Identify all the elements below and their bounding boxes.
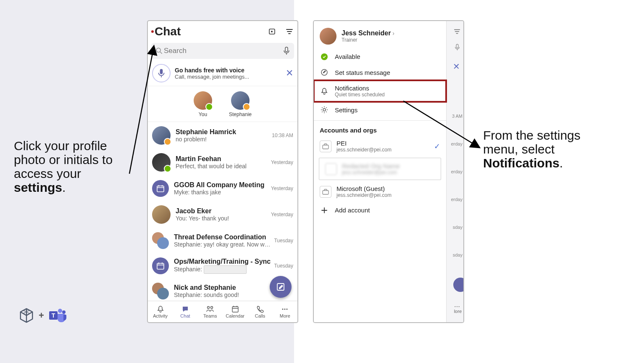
convo-name: GGOB All Company Meeting <box>174 181 268 189</box>
tab-label: Activity <box>153 313 168 318</box>
avatar <box>194 91 212 110</box>
org-email: jess.schneider@pei.com <box>336 147 434 153</box>
svg-point-19 <box>455 306 455 307</box>
svg-text:T: T <box>52 312 55 319</box>
divider <box>314 120 446 121</box>
bg-time: erday <box>451 141 463 146</box>
svg-rect-24 <box>323 145 329 149</box>
convo-time: 10:38 AM <box>272 132 293 138</box>
convo-preview: Perfect, that would be ideal <box>176 163 268 170</box>
svg-point-5 <box>271 31 273 32</box>
org-item-microsoft[interactable]: Microsoft (Guest)jess.schneider@pei.com <box>314 181 446 202</box>
caption-right-bold: Notifications <box>483 156 560 170</box>
pinned-contact-you[interactable]: You <box>194 91 212 117</box>
profile-menu: Jess Schneider › Trainer Available Set s… <box>314 21 447 322</box>
svg-point-20 <box>457 306 457 307</box>
tab-more[interactable]: More <box>273 301 297 322</box>
svg-rect-25 <box>323 191 329 194</box>
bell-icon <box>157 305 164 313</box>
svg-rect-10 <box>157 263 164 269</box>
convo-name: Threat Defense Coordination <box>174 233 271 241</box>
tab-label: Chat <box>180 313 190 318</box>
org-item-redacted[interactable]: Redacted Org Namejess.schneider@pei.com <box>319 158 441 180</box>
briefcase-icon <box>325 163 337 175</box>
user-name: Jess Schneider <box>342 29 391 37</box>
briefcase-icon <box>320 140 331 152</box>
briefcase-icon <box>320 186 331 198</box>
menu-label: Settings <box>335 106 357 114</box>
add-account[interactable]: Add account <box>314 202 446 218</box>
settings-menu-item[interactable]: Settings <box>314 102 446 118</box>
bg-time: 3 AM <box>452 114 463 119</box>
caption-right: From the settings menu, select Notificat… <box>483 128 592 170</box>
convo-name: Stephanie Hamrick <box>176 128 269 136</box>
close-icon: ✕ <box>453 61 460 72</box>
convo-preview: Stephanie: <box>174 265 271 274</box>
caption-left-bold: settings <box>14 180 62 194</box>
convo-time: Yesterday <box>271 159 293 165</box>
bg-time: erday <box>451 169 463 174</box>
convo-time: Yesterday <box>271 185 293 191</box>
conversation-item[interactable]: Martin FeehanPerfect, that would be idea… <box>148 149 297 176</box>
mic-icon <box>455 44 460 51</box>
org-name: PEI <box>336 140 434 147</box>
filter-icon[interactable] <box>285 27 294 36</box>
new-chat-fab[interactable] <box>270 276 292 298</box>
convo-preview: You: Yes- thank you! <box>176 215 268 222</box>
tab-teams[interactable]: Teams <box>198 301 223 322</box>
svg-rect-8 <box>160 69 163 74</box>
edit-status-icon <box>320 69 329 76</box>
tab-chat[interactable]: Chat <box>173 301 197 322</box>
available-icon <box>320 53 329 60</box>
convo-preview: Stephanie: yay! okay great. Now we get..… <box>174 241 271 248</box>
check-icon: ✓ <box>434 142 440 151</box>
svg-rect-14 <box>232 307 238 312</box>
org-item-pei[interactable]: PEIjess.schneider@pei.com ✓ <box>314 135 446 157</box>
bg-more: lore <box>454 305 462 314</box>
tab-calls[interactable]: Calls <box>247 301 272 322</box>
caption-left-pre: Click your profile photo or initials to … <box>14 139 113 180</box>
mic-icon[interactable] <box>283 47 290 55</box>
voice-banner-title: Go hands free with voice <box>175 67 286 74</box>
avatar <box>231 91 250 110</box>
presence-icon <box>164 165 171 172</box>
conversation-item[interactable]: GGOB All Company MeetingMyke: thanks jak… <box>148 176 297 201</box>
svg-point-3 <box>62 310 66 314</box>
tab-calendar[interactable]: Calendar <box>223 301 247 322</box>
menu-label: Set status message <box>335 69 390 76</box>
close-icon[interactable]: ✕ <box>286 68 293 79</box>
svg-point-2 <box>58 309 62 313</box>
menu-label: Notifications <box>335 85 385 92</box>
set-status-message[interactable]: Set status message <box>314 64 446 80</box>
bell-icon <box>320 87 329 95</box>
status-available[interactable]: Available <box>314 49 446 64</box>
phone-icon <box>256 305 264 313</box>
accounts-section-title: Accounts and orgs <box>314 123 446 135</box>
tab-activity[interactable]: Activity <box>148 301 173 322</box>
conversation-item[interactable]: Jacob EkerYou: Yes- thank you! Yesterday <box>148 201 297 228</box>
convo-name: Jacob Eker <box>176 207 268 215</box>
status-label: Available <box>335 53 360 60</box>
video-message-icon[interactable] <box>268 27 277 36</box>
caption-left: Click your profile photo or initials to … <box>14 139 131 194</box>
org-email: jess.schneider@pei.com <box>342 170 435 175</box>
voice-assist-icon <box>152 64 171 82</box>
tab-label: Teams <box>203 313 217 318</box>
pei-cube-icon <box>18 307 34 323</box>
calendar-icon <box>152 180 169 197</box>
conversation-item[interactable]: Stephanie Hamrickno problem! 10:38 AM <box>148 122 297 149</box>
group-avatar <box>152 283 169 299</box>
voice-banner-subtitle: Call, message, join meetings... <box>175 74 286 80</box>
pinned-contact-stephanie[interactable]: Stephanie <box>229 91 252 117</box>
user-role: Trainer <box>342 37 394 43</box>
profile-header[interactable]: Jess Schneider › Trainer <box>314 21 446 49</box>
search-bar[interactable] <box>151 43 294 59</box>
conversation-item[interactable]: Ops/Marketing/Training - SyncStephanie: … <box>148 253 297 278</box>
conversation-item[interactable]: Threat Defense CoordinationStephanie: ya… <box>148 228 297 253</box>
search-input[interactable] <box>163 46 283 56</box>
notifications-menu-item[interactable]: NotificationsQuiet times scheduled <box>314 80 446 102</box>
avatar <box>152 126 171 145</box>
bottom-tabbar: Activity Chat Teams Calendar Calls More <box>148 301 297 322</box>
tab-label: Calls <box>255 313 265 318</box>
ms-teams-icon: T <box>48 306 67 325</box>
